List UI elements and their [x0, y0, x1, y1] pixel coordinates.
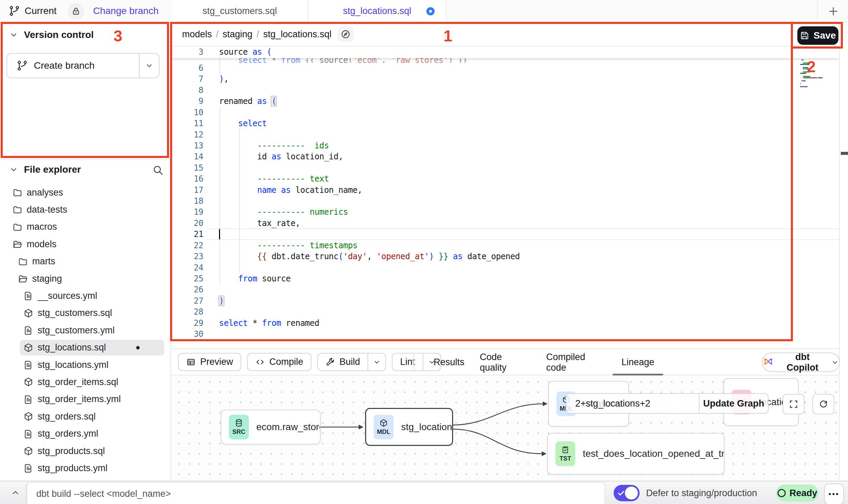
create-branch-button[interactable]: Create branch: [7, 53, 159, 78]
folderopen-icon: [12, 239, 23, 249]
line-number: 6: [171, 63, 209, 74]
code-line-20[interactable]: 20 tax_rate,: [171, 218, 839, 229]
breadcrumb-segment[interactable]: staging: [223, 29, 253, 40]
code-line-16[interactable]: 16 ---------- text: [171, 173, 839, 185]
file-tree-item--sources-yml[interactable]: __sources.yml: [0, 287, 170, 304]
file-tree-item-models[interactable]: models: [0, 236, 170, 253]
code-line-25[interactable]: 25 from source: [171, 273, 839, 284]
build-button[interactable]: Build: [317, 353, 386, 371]
version-control-header[interactable]: Version control: [9, 29, 94, 40]
tab-stg-locations-sql[interactable]: stg_locations.sql: [308, 0, 446, 22]
file-tree-item-marts[interactable]: marts: [0, 253, 170, 270]
change-branch-link[interactable]: Change branch: [93, 0, 158, 22]
dbt-copilot-label: dbt Copilot: [779, 352, 826, 373]
file-tree-item-stg-order-items-yml[interactable]: stg_order_items.yml: [0, 391, 170, 408]
code-line-11[interactable]: 11 select: [171, 118, 839, 129]
code-line-24[interactable]: 24: [171, 262, 839, 274]
create-branch-dropdown[interactable]: [139, 54, 159, 78]
node-badge: SRC: [229, 415, 249, 439]
code-line-26[interactable]: 26: [171, 284, 839, 295]
check-icon: [617, 489, 626, 498]
folder-icon: [18, 256, 28, 267]
code-line-29[interactable]: 29select * from renamed: [171, 318, 839, 329]
file-tree-item-stg-orders-yml[interactable]: stg_orders.yml: [0, 425, 170, 442]
panel-tab-code-quality[interactable]: Code quality: [480, 349, 529, 375]
lineage-node-test-does-location-opened-at-trunc-t-[interactable]: TSTtest_does_location_opened_at_trunc_t.…: [547, 433, 724, 475]
refresh-button[interactable]: [812, 394, 834, 414]
code-text: [209, 229, 219, 240]
build-dropdown[interactable]: [368, 354, 385, 370]
breadcrumb-segment[interactable]: models: [182, 29, 212, 40]
dbt-copilot-button[interactable]: dbt Copilot: [762, 353, 840, 372]
file-tree-item-staging[interactable]: staging: [0, 270, 170, 287]
lineage-node-stg-locations[interactable]: MDLstg_locations: [365, 408, 453, 446]
code-line-9[interactable]: 9renamed as (: [171, 96, 839, 107]
chevron-down-icon: [831, 358, 839, 367]
save-button[interactable]: Save: [797, 26, 838, 45]
fullscreen-button[interactable]: [783, 394, 805, 414]
line-number: 16: [171, 173, 209, 185]
code-line-13[interactable]: 13 ---------- ids: [171, 140, 839, 151]
scrollbar-handle[interactable]: [841, 152, 848, 155]
git-branch-icon: [9, 5, 20, 16]
code-line-27[interactable]: 27): [171, 295, 839, 307]
code-line-19[interactable]: 19 ---------- numerics: [171, 207, 839, 218]
search-icon[interactable]: [152, 164, 164, 176]
code-text: ---------- text: [209, 173, 329, 185]
file-tree-item-stg-locations-yml[interactable]: stg_locations.yml: [0, 356, 170, 373]
file-tree-item-macros[interactable]: macros: [0, 218, 170, 236]
compile-button[interactable]: Compile: [247, 353, 311, 371]
file-tree-item-stg-customers-sql[interactable]: stg_customers.sql: [0, 305, 170, 322]
command-input[interactable]: dbt build --select <model_name>: [27, 482, 605, 504]
file-explorer-header[interactable]: File explorer: [9, 164, 81, 175]
code-line-21[interactable]: 21: [171, 229, 839, 240]
file-tree-item-data-tests[interactable]: data-tests: [0, 201, 170, 218]
panel-tab-compiled-code[interactable]: Compiled code: [546, 349, 605, 375]
file-icon: [23, 325, 34, 335]
file-tree-item-stg-customers-yml[interactable]: stg_customers.yml: [0, 322, 170, 339]
current-branch-button[interactable]: Current: [9, 0, 56, 22]
lineage-node-ecom-raw-stores[interactable]: SRCecom.raw_stores: [221, 410, 321, 445]
file-tree-item-stg-products-yml[interactable]: stg_products.yml: [0, 460, 170, 477]
defer-toggle[interactable]: [614, 485, 640, 501]
new-tab-button[interactable]: [824, 4, 843, 18]
code-line-15[interactable]: 15: [171, 162, 839, 174]
panel-tab-results[interactable]: Results: [433, 349, 465, 375]
code-line-14[interactable]: 14 id as location_id,: [171, 151, 839, 162]
cube-icon: [23, 308, 34, 318]
file-tree-item-stg-locations-sql[interactable]: stg_locations.sql: [0, 339, 170, 356]
preview-button[interactable]: Preview: [178, 353, 241, 371]
help-icon[interactable]: [760, 487, 772, 499]
collapse-panel-button[interactable]: [8, 486, 23, 500]
code-line-28[interactable]: 28: [171, 306, 839, 318]
file-tree-item-stg-order-items-sql[interactable]: stg_order_items.sql: [0, 373, 170, 390]
file-tree-item-stg-products-sql[interactable]: stg_products.sql: [0, 442, 170, 460]
tab-stg-customers-sql[interactable]: stg_customers.sql: [172, 0, 308, 22]
copy-branch-icon[interactable]: [151, 5, 164, 17]
more-options-button[interactable]: •••: [824, 483, 844, 504]
file-tree-item-analyses[interactable]: analyses: [0, 184, 170, 201]
toggle-knob: [625, 487, 638, 500]
lineage-canvas[interactable]: SRCecom.raw_storesMDLstg_locationsTSTtes…: [171, 375, 839, 481]
code-line-23[interactable]: 23 {{ dbt.date_trunc('day', 'opened_at')…: [171, 251, 839, 262]
breadcrumb-segment[interactable]: stg_locations.sql: [263, 29, 332, 40]
code-line-8[interactable]: 8: [171, 85, 839, 96]
code-line-7[interactable]: 7),: [171, 74, 839, 85]
code-line-30[interactable]: 30: [171, 329, 839, 340]
lineage-compass-button[interactable]: [338, 26, 354, 42]
code-line-18[interactable]: 18: [171, 196, 839, 207]
code-line-6[interactable]: 6: [171, 63, 839, 74]
panel-tab-lineage[interactable]: Lineage: [622, 349, 654, 375]
code-line-10[interactable]: 10: [171, 107, 839, 118]
defer-label: Defer to staging/production: [646, 481, 757, 504]
file-tree-item-stg-orders-sql[interactable]: stg_orders.sql: [0, 408, 170, 425]
code-line-17[interactable]: 17 name as location_name,: [171, 185, 839, 196]
line-number: 11: [171, 118, 209, 129]
indent-guide: [219, 107, 220, 284]
code-line-22[interactable]: 22 ---------- timestamps: [171, 240, 839, 251]
code-line-12[interactable]: 12: [171, 129, 839, 141]
lineage-selector-input[interactable]: 2+stg_locations+2: [566, 394, 699, 413]
editor-minimap[interactable]: [800, 48, 836, 116]
code-text: [209, 85, 219, 96]
update-graph-button[interactable]: Update Graph: [699, 394, 768, 413]
